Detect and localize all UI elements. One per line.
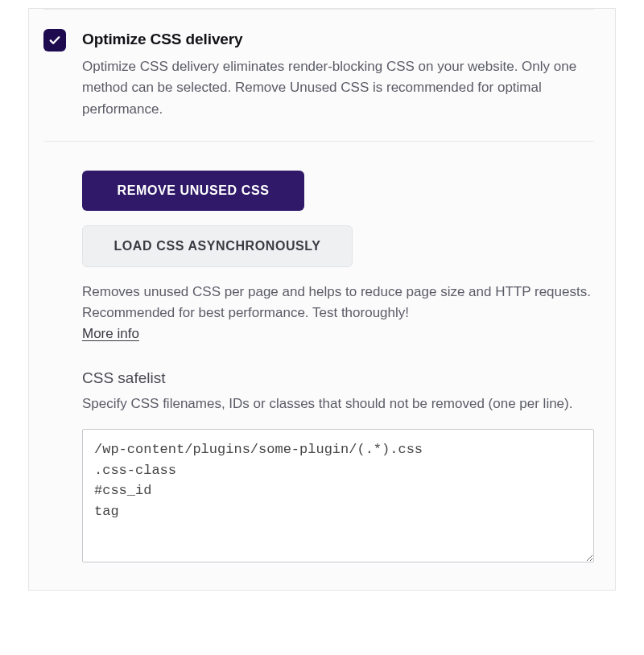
setting-row: Optimize CSS delivery Optimize CSS deliv… — [29, 10, 615, 120]
css-safelist-input[interactable] — [82, 429, 594, 562]
setting-title: Optimize CSS delivery — [82, 31, 594, 48]
safelist-description: Specify CSS filenames, IDs or classes th… — [82, 393, 594, 414]
option-area: REMOVE UNUSED CSS LOAD CSS ASYNCHRONOUSL… — [29, 142, 615, 590]
optimize-css-checkbox[interactable] — [43, 29, 66, 51]
checkbox-wrap — [43, 29, 66, 51]
safelist-title: CSS safelist — [82, 369, 594, 387]
check-icon — [47, 33, 62, 47]
load-css-async-button[interactable]: LOAD CSS ASYNCHRONOUSLY — [82, 225, 353, 267]
option-description: Removes unused CSS per page and helps to… — [82, 282, 594, 324]
settings-panel: Optimize CSS delivery Optimize CSS deliv… — [28, 8, 616, 591]
setting-content: Optimize CSS delivery Optimize CSS deliv… — [82, 31, 594, 120]
setting-description: Optimize CSS delivery eliminates render-… — [82, 56, 594, 120]
more-info-link[interactable]: More info — [82, 326, 139, 342]
remove-unused-css-button[interactable]: REMOVE UNUSED CSS — [82, 171, 304, 211]
